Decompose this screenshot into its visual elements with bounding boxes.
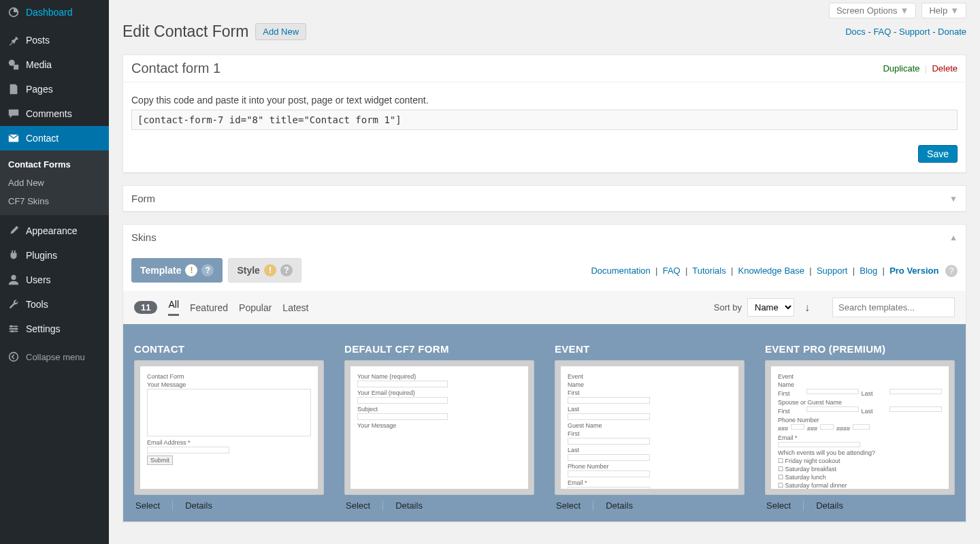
sidebar-item-tools[interactable]: Tools xyxy=(0,292,109,317)
sidebar-item-dashboard[interactable]: Dashboard xyxy=(0,0,109,25)
help-icon[interactable]: ? xyxy=(280,264,293,276)
skins-panel: Template ! ? Style ! ? Documentation | F… xyxy=(122,250,966,522)
filter-all[interactable]: All xyxy=(168,299,179,316)
user-icon xyxy=(7,273,20,287)
card-select[interactable]: Select xyxy=(346,500,370,511)
duplicate-link[interactable]: Duplicate xyxy=(883,63,919,74)
help-icon[interactable]: ? xyxy=(201,264,214,276)
svg-point-2 xyxy=(10,325,13,328)
tab-label: Template xyxy=(140,265,181,276)
save-button[interactable]: Save xyxy=(918,145,958,163)
filter-featured[interactable]: Featured xyxy=(190,302,228,313)
sidebar-item-label: Pages xyxy=(26,84,53,95)
link-docs[interactable]: Docs xyxy=(845,27,866,37)
svg-point-5 xyxy=(10,353,18,362)
card-details[interactable]: Details xyxy=(803,500,843,511)
sidebar-item-contact[interactable]: Contact xyxy=(0,126,109,150)
arrow-down-icon: ↓ xyxy=(804,302,810,314)
shortcode-field[interactable] xyxy=(131,110,958,130)
chevron-down-icon: ▼ xyxy=(949,194,958,204)
sidebar-item-label: Settings xyxy=(26,323,61,334)
plug-icon xyxy=(7,249,20,262)
template-filter-bar: 11 All Featured Popular Latest Sort by N… xyxy=(123,291,966,324)
card-title: EVENT xyxy=(555,343,745,355)
card-details[interactable]: Details xyxy=(382,500,423,511)
sidebar-item-appearance[interactable]: Appearance xyxy=(0,219,109,243)
chevron-up-icon: ▲ xyxy=(949,233,958,242)
screen-options-button[interactable]: Screen Options ▼ xyxy=(829,3,916,18)
card-select[interactable]: Select xyxy=(556,500,581,511)
card-select[interactable]: Select xyxy=(766,500,791,511)
pushpin-icon xyxy=(7,33,20,47)
add-new-button[interactable]: Add New xyxy=(255,23,306,40)
notice-icon: ! xyxy=(185,264,197,276)
template-card-default-cf7: DEFAULT CF7 FORM Your Name (required) Yo… xyxy=(344,343,534,511)
link-knowledge-base[interactable]: Knowledge Base xyxy=(738,266,804,276)
svg-point-4 xyxy=(11,330,14,333)
submenu-item-cf7-skins[interactable]: CF7 Skins xyxy=(0,192,109,210)
plugin-links: Docs - FAQ - Support - Donate xyxy=(845,27,966,37)
link-donate[interactable]: Donate xyxy=(938,27,966,37)
submenu-item-add-new[interactable]: Add New xyxy=(0,174,109,192)
card-details[interactable]: Details xyxy=(593,500,633,511)
svg-point-3 xyxy=(15,327,18,330)
section-form-toggle[interactable]: Form ▼ xyxy=(122,185,966,212)
section-skins-label: Skins xyxy=(131,231,157,243)
filter-popular[interactable]: Popular xyxy=(239,302,272,313)
template-gallery: CONTACT Contact Form Your Message Email … xyxy=(123,324,966,522)
card-select[interactable]: Select xyxy=(135,500,160,511)
link-support[interactable]: Support xyxy=(817,266,848,276)
card-title: CONTACT xyxy=(134,343,324,355)
tab-template[interactable]: Template ! ? xyxy=(131,258,223,283)
sidebar-item-media[interactable]: Media xyxy=(0,52,109,77)
sidebar-item-plugins[interactable]: Plugins xyxy=(0,243,109,268)
sidebar-item-settings[interactable]: Settings xyxy=(0,317,109,341)
sidebar-item-label: Plugins xyxy=(26,250,57,261)
template-thumbnail[interactable]: Your Name (required) Your Email (require… xyxy=(344,360,534,495)
sliders-icon xyxy=(7,322,20,336)
sidebar-item-users[interactable]: Users xyxy=(0,268,109,292)
help-icon[interactable]: ? xyxy=(945,265,958,277)
sidebar-item-label: Posts xyxy=(26,35,50,46)
template-count: 11 xyxy=(134,301,157,314)
dashboard-icon xyxy=(7,5,20,19)
sort-select[interactable]: Name xyxy=(747,298,794,317)
sidebar-submenu-contact: Contact Forms Add New CF7 Skins xyxy=(0,150,109,215)
link-faq[interactable]: FAQ xyxy=(663,266,681,276)
template-thumbnail[interactable]: Contact Form Your Message Email Address … xyxy=(134,360,324,495)
template-card-event-pro: EVENT PRO (PREMIUM) Event Name FirstLast… xyxy=(765,343,955,511)
section-skins-toggle[interactable]: Skins ▲ xyxy=(122,224,966,250)
template-thumbnail[interactable]: Event Name FirstLast Spouse or Guest Nam… xyxy=(765,360,955,495)
sidebar-item-posts[interactable]: Posts xyxy=(0,28,109,52)
page-heading-row: Edit Contact Form Add New Docs - FAQ - S… xyxy=(122,22,966,41)
link-pro-version[interactable]: Pro Version xyxy=(889,266,938,276)
card-title: EVENT PRO (PREMIUM) xyxy=(765,343,955,355)
link-faq[interactable]: FAQ xyxy=(873,27,891,37)
link-blog[interactable]: Blog xyxy=(860,266,877,276)
link-documentation[interactable]: Documentation xyxy=(591,266,650,276)
link-support[interactable]: Support xyxy=(899,27,930,37)
sort-direction-button[interactable]: ↓ xyxy=(800,300,815,315)
sort-by-label: Sort by xyxy=(714,302,742,313)
search-templates-input[interactable] xyxy=(832,298,955,317)
help-button[interactable]: Help ▼ xyxy=(921,3,966,18)
comments-icon xyxy=(7,107,20,121)
card-details[interactable]: Details xyxy=(172,500,212,511)
tab-style[interactable]: Style ! ? xyxy=(228,258,301,283)
media-icon xyxy=(7,58,20,71)
filter-latest[interactable]: Latest xyxy=(282,302,308,313)
mail-icon xyxy=(7,131,20,145)
template-thumbnail[interactable]: Event NameFirst Last Guest NameFirst Las… xyxy=(555,360,745,495)
sidebar-item-label: Dashboard xyxy=(26,7,73,18)
card-title: DEFAULT CF7 FORM xyxy=(344,343,534,355)
section-form-label: Form xyxy=(131,193,155,204)
sidebar-item-label: Tools xyxy=(26,299,48,310)
collapse-menu-button[interactable]: Collapse menu xyxy=(0,345,109,369)
sidebar-item-pages[interactable]: Pages xyxy=(0,77,109,101)
sidebar-item-label: Contact xyxy=(26,133,59,144)
submenu-item-contact-forms[interactable]: Contact Forms xyxy=(0,155,109,174)
delete-link[interactable]: Delete xyxy=(932,63,958,74)
link-tutorials[interactable]: Tutorials xyxy=(692,266,725,276)
brush-icon xyxy=(7,224,20,238)
sidebar-item-comments[interactable]: Comments xyxy=(0,101,109,126)
